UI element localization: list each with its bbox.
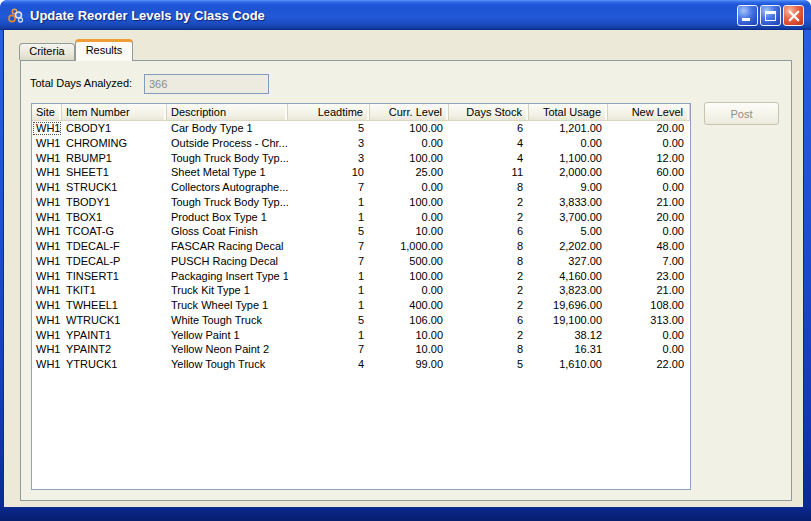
table-cell[interactable]: WH1 xyxy=(32,136,62,151)
table-cell[interactable]: 2 xyxy=(449,298,529,313)
table-cell[interactable]: 4 xyxy=(449,151,529,166)
table-cell[interactable]: 4 xyxy=(288,357,370,372)
table-cell[interactable]: 25.00 xyxy=(370,165,449,180)
table-cell[interactable]: 0.00 xyxy=(608,180,690,195)
column-header-leadtime[interactable]: Leadtime xyxy=(288,104,370,120)
table-row[interactable]: WH1TBOX1Product Box Type 110.0023,700.00… xyxy=(32,210,690,225)
table-cell[interactable]: Yellow Paint 1 xyxy=(167,328,288,343)
table-cell[interactable]: 106.00 xyxy=(370,313,449,328)
table-cell[interactable]: 11 xyxy=(449,165,529,180)
table-cell[interactable]: 2 xyxy=(449,195,529,210)
table-cell[interactable]: 48.00 xyxy=(608,239,690,254)
table-cell[interactable]: 0.00 xyxy=(529,136,608,151)
table-row[interactable]: WH1STRUCK1Collectors Autographe...70.008… xyxy=(32,180,690,195)
table-cell[interactable]: Car Body Type 1 xyxy=(167,121,288,136)
table-cell[interactable]: Gloss Coat Finish xyxy=(167,224,288,239)
table-cell[interactable]: Collectors Autographe... xyxy=(167,180,288,195)
table-row[interactable]: WH1WTRUCK1White Tough Truck5106.00619,10… xyxy=(32,313,690,328)
table-row[interactable]: WH1RBUMP1Tough Truck Body Typ...3100.004… xyxy=(32,151,690,166)
table-cell[interactable]: 1,100.00 xyxy=(529,151,608,166)
tab-criteria[interactable]: Criteria xyxy=(19,43,75,60)
table-cell[interactable]: WH1 xyxy=(32,269,62,284)
table-cell[interactable]: WH1 xyxy=(32,210,62,225)
table-cell[interactable]: 16.31 xyxy=(529,342,608,357)
table-cell[interactable]: YTRUCK1 xyxy=(62,357,167,372)
column-header-item-number[interactable]: Item Number xyxy=(62,104,167,120)
table-cell[interactable]: Outside Process - Chr... xyxy=(167,136,288,151)
table-cell[interactable]: TBODY1 xyxy=(62,195,167,210)
table-cell[interactable]: 2,000.00 xyxy=(529,165,608,180)
table-cell[interactable]: WH1 xyxy=(32,165,62,180)
table-row[interactable]: WH1YPAINT2Yellow Neon Paint 2710.00816.3… xyxy=(32,342,690,357)
column-header-new-level[interactable]: New Level xyxy=(608,104,690,120)
table-cell[interactable]: TCOAT-G xyxy=(62,224,167,239)
table-cell[interactable]: 2 xyxy=(449,328,529,343)
table-cell[interactable]: 4 xyxy=(449,136,529,151)
table-cell[interactable]: Yellow Tough Truck xyxy=(167,357,288,372)
table-cell[interactable]: SHEET1 xyxy=(62,165,167,180)
table-cell[interactable]: WH1 xyxy=(32,283,62,298)
table-cell[interactable]: 8 xyxy=(449,239,529,254)
table-cell[interactable]: 1 xyxy=(288,283,370,298)
table-cell[interactable]: 7 xyxy=(288,342,370,357)
table-cell[interactable]: 500.00 xyxy=(370,254,449,269)
column-header-curr-level[interactable]: Curr. Level xyxy=(370,104,449,120)
table-cell[interactable]: TKIT1 xyxy=(62,283,167,298)
table-cell[interactable]: 327.00 xyxy=(529,254,608,269)
table-cell[interactable]: 313.00 xyxy=(608,313,690,328)
table-cell[interactable]: 6 xyxy=(449,313,529,328)
table-row[interactable]: WH1TKIT1Truck Kit Type 110.0023,823.0021… xyxy=(32,283,690,298)
table-row[interactable]: WH1TINSERT1Packaging Insert Type 11100.0… xyxy=(32,269,690,284)
table-cell[interactable]: CHROMING xyxy=(62,136,167,151)
table-cell[interactable]: 0.00 xyxy=(608,136,690,151)
table-cell[interactable]: CBODY1 xyxy=(62,121,167,136)
table-cell[interactable]: WH1 xyxy=(32,298,62,313)
table-cell[interactable]: 4,160.00 xyxy=(529,269,608,284)
table-cell[interactable]: 100.00 xyxy=(370,269,449,284)
column-header-days-stock[interactable]: Days Stock xyxy=(449,104,529,120)
table-cell[interactable]: 22.00 xyxy=(608,357,690,372)
table-cell[interactable]: YPAINT1 xyxy=(62,328,167,343)
table-cell[interactable]: 8 xyxy=(449,180,529,195)
table-cell[interactable]: 5 xyxy=(288,121,370,136)
table-cell[interactable]: 38.12 xyxy=(529,328,608,343)
table-cell[interactable]: 100.00 xyxy=(370,151,449,166)
table-cell[interactable]: RBUMP1 xyxy=(62,151,167,166)
table-cell[interactable]: TDECAL-P xyxy=(62,254,167,269)
table-cell[interactable]: 5.00 xyxy=(529,224,608,239)
column-header-site[interactable]: Site xyxy=(32,104,62,120)
table-cell[interactable]: 6 xyxy=(449,224,529,239)
table-cell[interactable]: 7.00 xyxy=(608,254,690,269)
table-cell[interactable]: TDECAL-F xyxy=(62,239,167,254)
table-cell[interactable]: 10.00 xyxy=(370,224,449,239)
table-row[interactable]: WH1TDECAL-PPUSCH Racing Decal7500.008327… xyxy=(32,254,690,269)
close-button[interactable] xyxy=(783,5,804,26)
table-row[interactable]: WH1YTRUCK1Yellow Tough Truck499.0051,610… xyxy=(32,357,690,372)
table-cell[interactable]: 3,823.00 xyxy=(529,283,608,298)
column-header-description[interactable]: Description xyxy=(167,104,288,120)
table-cell[interactable]: 21.00 xyxy=(608,195,690,210)
table-cell[interactable]: FASCAR Racing Decal xyxy=(167,239,288,254)
column-header-total-usage[interactable]: Total Usage xyxy=(529,104,608,120)
table-cell[interactable]: WH1 xyxy=(32,328,62,343)
table-cell[interactable]: WH1 xyxy=(32,224,62,239)
table-row[interactable]: WH1YPAINT1Yellow Paint 1110.00238.120.00 xyxy=(32,328,690,343)
table-cell[interactable]: TBOX1 xyxy=(62,210,167,225)
table-cell[interactable]: 7 xyxy=(288,180,370,195)
table-cell[interactable]: 1 xyxy=(288,298,370,313)
table-row[interactable]: WH1SHEET1Sheet Metal Type 11025.00112,00… xyxy=(32,165,690,180)
table-cell[interactable]: WH1 xyxy=(32,195,62,210)
table-cell[interactable]: PUSCH Racing Decal xyxy=(167,254,288,269)
table-cell[interactable]: WH1 xyxy=(32,151,62,166)
table-cell[interactable]: WH1 xyxy=(32,342,62,357)
table-cell[interactable]: 5 xyxy=(288,313,370,328)
table-cell[interactable]: 9.00 xyxy=(529,180,608,195)
table-cell[interactable]: 3 xyxy=(288,136,370,151)
table-cell[interactable]: 99.00 xyxy=(370,357,449,372)
table-cell[interactable]: 1 xyxy=(288,269,370,284)
table-cell[interactable]: Packaging Insert Type 1 xyxy=(167,269,288,284)
table-cell[interactable]: 0.00 xyxy=(608,342,690,357)
table-row[interactable]: WH1TBODY1Tough Truck Body Typ...1100.002… xyxy=(32,195,690,210)
table-cell[interactable]: WTRUCK1 xyxy=(62,313,167,328)
table-cell[interactable]: 0.00 xyxy=(608,328,690,343)
